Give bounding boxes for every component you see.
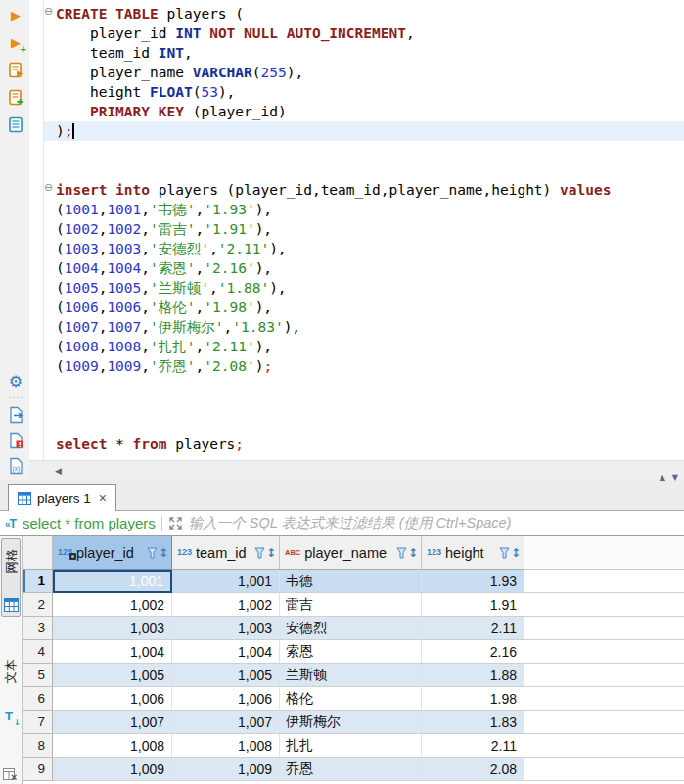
cell-player_name[interactable]: 伊斯梅尔 xyxy=(280,711,422,734)
cell-team_id[interactable]: 1,006 xyxy=(172,687,280,711)
cell-team_id[interactable]: 1,009 xyxy=(172,758,280,781)
cell-player_name[interactable]: 扎扎 xyxy=(280,734,422,758)
sql-code[interactable]: CREATE TABLE players ( player_id INT NOT… xyxy=(56,4,684,454)
code-line[interactable]: select * from players; xyxy=(56,435,684,454)
sort-icon[interactable]: ↕ xyxy=(266,547,276,559)
code-line[interactable]: player_name VARCHAR(255), xyxy=(56,63,684,82)
column-header-player-id[interactable]: 123 player_id ↕ xyxy=(53,536,172,570)
presentation-tab-text[interactable]: 文本 T↓ xyxy=(1,646,21,728)
execute-script-new-tab-button[interactable] xyxy=(6,87,25,107)
code-line[interactable]: (1008,1008,'扎扎','2.11'), xyxy=(56,337,684,356)
code-line[interactable]: PRIMARY KEY (player_id) xyxy=(56,102,684,121)
code-line[interactable]: ); xyxy=(56,121,684,141)
code-line[interactable]: height FLOAT(53), xyxy=(56,82,684,102)
cell-player_id[interactable]: 1,008 xyxy=(53,734,172,758)
cell-player_id[interactable]: 1,006 xyxy=(53,687,172,711)
presentation-tab-grid[interactable]: 网格 xyxy=(1,538,21,617)
scroll-left-icon[interactable]: ◀ xyxy=(55,466,62,476)
cell-team_id[interactable]: 1,004 xyxy=(172,640,280,664)
filter-input-placeholder[interactable]: 输入一个 SQL 表达式来过滤结果 (使用 Ctrl+Space) xyxy=(189,514,512,532)
minimize-panel-icon[interactable]: ▲ xyxy=(660,473,665,482)
cell-player_name[interactable]: 兰斯顿 xyxy=(280,664,422,687)
cell-height[interactable]: 1.83 xyxy=(422,711,524,734)
row-header[interactable]: 6 xyxy=(23,687,53,711)
explain-plan-button[interactable] xyxy=(6,115,25,134)
row-header[interactable]: 7 xyxy=(23,711,53,734)
code-line[interactable] xyxy=(56,376,684,395)
code-line[interactable]: insert into players (player_id,team_id,p… xyxy=(56,180,684,200)
export-result-button[interactable] xyxy=(6,405,25,425)
cell-team_id[interactable]: 1,003 xyxy=(172,617,280,640)
code-line[interactable] xyxy=(56,415,684,435)
sql-editor[interactable]: ⊖ ⊖ CREATE TABLE players ( player_id INT… xyxy=(29,0,684,460)
code-line[interactable]: CREATE TABLE players ( xyxy=(56,4,684,23)
filter-funnel-icon[interactable] xyxy=(147,547,158,559)
maximize-panel-icon[interactable]: ▼ xyxy=(672,473,678,482)
cell-team_id[interactable]: 1,002 xyxy=(172,593,280,617)
cell-player_id[interactable]: 1,007 xyxy=(53,711,172,734)
cell-team_id[interactable]: 1,005 xyxy=(172,664,280,687)
code-line[interactable]: (1002,1002,'雷吉','1.91'), xyxy=(56,219,684,239)
code-line[interactable]: player_id INT NOT NULL AUTO_INCREMENT, xyxy=(56,23,684,43)
cell-team_id[interactable]: 1,001 xyxy=(172,570,280,593)
row-header[interactable]: 5 xyxy=(23,664,53,687)
cell-height[interactable]: 1.88 xyxy=(422,664,524,687)
cell-height[interactable]: 1.93 xyxy=(422,570,524,593)
row-header[interactable]: 4 xyxy=(23,640,53,664)
script-error-button[interactable] xyxy=(6,431,25,450)
code-line[interactable]: (1003,1003,'安德烈','2.11'), xyxy=(56,239,684,258)
panels-toggle-icon[interactable] xyxy=(3,767,17,781)
cell-team_id[interactable]: 1,007 xyxy=(172,711,280,734)
row-header[interactable]: 9 xyxy=(23,758,53,781)
cell-height[interactable]: 2.08 xyxy=(422,758,524,781)
sort-icon[interactable]: ↕ xyxy=(511,547,521,559)
script-variables-button[interactable]: (x) xyxy=(6,456,25,476)
cell-team_id[interactable]: 1,008 xyxy=(172,734,280,758)
column-header-height[interactable]: 123 height ↕ xyxy=(422,536,524,570)
cell-player_id[interactable]: 1,005 xyxy=(53,664,172,687)
expand-filter-icon[interactable] xyxy=(168,516,183,530)
code-line[interactable]: (1001,1001,'韦德','1.93'), xyxy=(56,200,684,219)
code-line[interactable]: (1004,1004,'索恩','2.16'), xyxy=(56,258,684,278)
cell-player_id[interactable]: 1,002 xyxy=(53,593,172,617)
filter-expression-icon[interactable]: «T xyxy=(5,517,17,530)
result-tab-players[interactable]: players 1 × xyxy=(8,484,116,511)
close-tab-icon[interactable]: × xyxy=(99,490,107,506)
column-header-player-name[interactable]: ABC player_name ↕ xyxy=(280,536,422,570)
code-line[interactable] xyxy=(56,395,684,415)
row-header[interactable]: 1 xyxy=(23,570,53,593)
execute-in-new-tab-button[interactable]: ▶ + xyxy=(6,32,25,52)
row-header[interactable]: 3 xyxy=(23,617,53,640)
execute-statement-button[interactable]: ▶ xyxy=(6,5,25,24)
cell-player_id[interactable]: 1,003 xyxy=(53,617,172,640)
filter-query-text[interactable]: select * from players xyxy=(23,515,156,531)
fold-marker-icon[interactable]: ⊖ xyxy=(44,6,56,18)
cell-player_id[interactable]: 1,004 xyxy=(53,640,172,664)
code-line[interactable]: (1007,1007,'伊斯梅尔','1.83'), xyxy=(56,317,684,337)
execute-script-button[interactable] xyxy=(6,60,25,79)
cell-height[interactable]: 2.16 xyxy=(422,640,524,664)
code-line[interactable]: (1009,1009,'乔恩','2.08'); xyxy=(56,356,684,376)
settings-button[interactable]: ⚙ xyxy=(6,372,25,392)
fold-marker-icon[interactable]: ⊖ xyxy=(44,182,56,194)
grid-corner-cell[interactable] xyxy=(23,536,53,570)
row-header[interactable]: 8 xyxy=(23,734,53,758)
code-line[interactable]: (1006,1006,'格伦','1.98'), xyxy=(56,298,684,317)
code-line[interactable] xyxy=(56,141,684,161)
row-header[interactable]: 2 xyxy=(23,593,53,617)
filter-funnel-icon[interactable] xyxy=(499,547,510,559)
sort-icon[interactable]: ↕ xyxy=(159,547,168,559)
filter-funnel-icon[interactable] xyxy=(396,547,407,559)
code-line[interactable]: (1005,1005,'兰斯顿','1.88'), xyxy=(56,278,684,298)
cell-player_name[interactable]: 雷吉 xyxy=(280,593,422,617)
cell-height[interactable]: 2.11 xyxy=(422,617,524,640)
code-line[interactable]: team_id INT, xyxy=(56,43,684,63)
cell-player_name[interactable]: 乔恩 xyxy=(280,758,422,781)
sort-icon[interactable]: ↕ xyxy=(408,547,418,559)
cell-height[interactable]: 1.91 xyxy=(422,593,524,617)
cell-player_name[interactable]: 韦德 xyxy=(280,570,422,593)
cell-player_id[interactable]: 1,009 xyxy=(53,758,172,781)
editor-horizontal-scrollbar[interactable]: ◀ xyxy=(29,460,684,480)
cell-height[interactable]: 2.11 xyxy=(422,734,524,758)
cell-player_name[interactable]: 格伦 xyxy=(280,687,422,711)
